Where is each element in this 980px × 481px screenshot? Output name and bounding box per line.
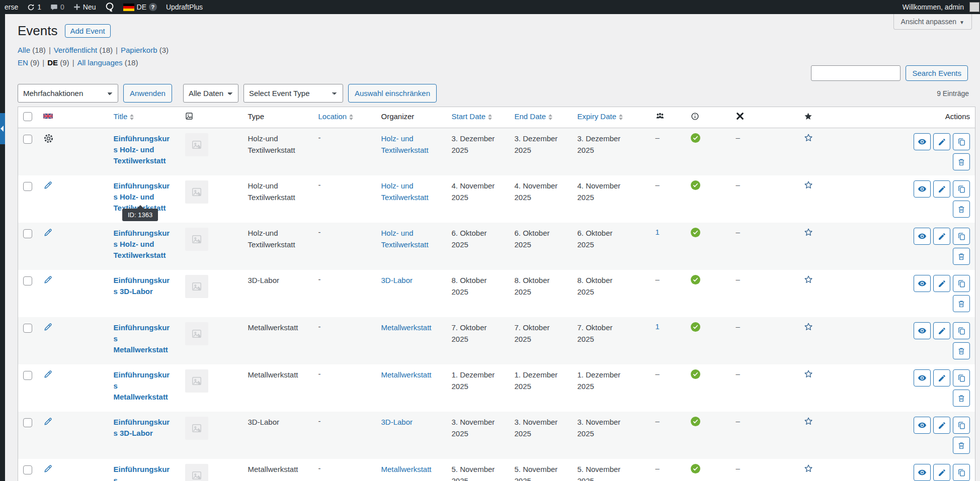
organizer-link[interactable]: Metallwerkstatt xyxy=(381,369,442,381)
edit-button[interactable] xyxy=(933,417,950,434)
star-outline-icon[interactable] xyxy=(804,324,813,333)
event-title-link[interactable]: Einführungskurs 3D-Labor xyxy=(114,275,174,297)
trash-button[interactable] xyxy=(953,390,970,407)
edit-button[interactable] xyxy=(933,228,950,245)
duplicate-button[interactable] xyxy=(953,417,970,434)
search-events-button[interactable]: Search Events xyxy=(906,65,968,81)
edit-button[interactable] xyxy=(933,322,950,339)
start-date-column-header[interactable]: Start Date xyxy=(447,107,510,128)
organizer-link[interactable]: 3D-Labor xyxy=(381,275,442,286)
account-menu[interactable]: Willkommen, admin xyxy=(898,2,980,12)
pencil-icon[interactable] xyxy=(43,183,53,191)
add-event-button[interactable]: Add Event xyxy=(65,24,111,38)
row-select-checkbox[interactable] xyxy=(23,371,32,380)
star-outline-icon[interactable] xyxy=(804,277,813,285)
pencil-icon[interactable] xyxy=(43,466,53,475)
star-outline-icon[interactable] xyxy=(804,371,813,380)
organizer-link[interactable]: Holz- und Textilwerkstatt xyxy=(381,133,442,156)
star-outline-icon[interactable] xyxy=(804,182,813,191)
row-select-checkbox[interactable] xyxy=(23,182,32,191)
updraftplus-menu[interactable]: UpdraftPlus xyxy=(161,0,207,14)
bulk-action-select[interactable]: Mehrfachaktionen xyxy=(18,84,118,103)
event-type-select[interactable]: Select Event Type xyxy=(243,84,343,103)
dates-filter-select[interactable]: Alle Daten xyxy=(183,84,238,103)
filter-trash[interactable]: Papierkorb (3) xyxy=(121,46,169,54)
bookings-count[interactable]: 1 xyxy=(656,322,660,331)
edit-button[interactable] xyxy=(933,275,950,292)
row-select-checkbox[interactable] xyxy=(23,324,32,333)
edit-button[interactable] xyxy=(933,180,950,198)
view-button[interactable] xyxy=(914,369,931,387)
edit-button[interactable] xyxy=(933,369,950,387)
duplicate-button[interactable] xyxy=(953,464,970,481)
event-title-link[interactable]: Einführungskurs Holz- und Textilwerkstat… xyxy=(114,228,174,260)
bookings-count[interactable]: 1 xyxy=(656,228,660,236)
row-select-checkbox[interactable] xyxy=(23,276,32,285)
row-select-checkbox[interactable] xyxy=(23,465,32,474)
new-content-menu[interactable]: Neu xyxy=(69,0,101,14)
organizer-link[interactable]: Holz- und Textilwerkstatt xyxy=(381,228,442,250)
view-button[interactable] xyxy=(914,180,931,198)
edit-button[interactable] xyxy=(933,133,950,150)
pencil-icon[interactable] xyxy=(43,277,53,286)
pencil-icon[interactable] xyxy=(43,419,53,428)
help-badge-icon[interactable]: ? xyxy=(149,3,157,11)
pencil-icon[interactable] xyxy=(43,230,53,239)
duplicate-button[interactable] xyxy=(953,369,970,387)
filter-published[interactable]: Veröffentlicht (18) xyxy=(54,46,113,54)
end-date-column-header[interactable]: End Date xyxy=(510,107,573,128)
star-outline-icon[interactable] xyxy=(804,466,813,474)
plugin-q-icon[interactable] xyxy=(101,0,119,14)
view-button[interactable] xyxy=(914,275,931,292)
updates-menu[interactable]: 1 xyxy=(23,0,46,14)
organizer-link[interactable]: Metallwerkstatt xyxy=(381,322,442,334)
row-select-checkbox[interactable] xyxy=(23,135,32,144)
trash-button[interactable] xyxy=(953,342,970,359)
pencil-icon[interactable] xyxy=(43,372,53,380)
title-column-header[interactable]: Title xyxy=(109,107,180,128)
view-button[interactable] xyxy=(914,228,931,245)
search-input[interactable] xyxy=(811,65,901,81)
filter-lang-en[interactable]: EN (9) xyxy=(18,58,39,67)
apply-button[interactable]: Anwenden xyxy=(123,84,172,103)
event-title-link[interactable]: Einführungskurs Metallwerkstatt xyxy=(114,464,174,481)
trash-button[interactable] xyxy=(953,153,970,170)
screen-options-button[interactable]: Ansicht anpassen▼ xyxy=(893,14,972,30)
edit-button[interactable] xyxy=(933,464,950,481)
limit-selection-button[interactable]: Auswahl einschränken xyxy=(348,84,437,103)
event-title-link[interactable]: Einführungskurs Metallwerkstatt xyxy=(114,369,174,402)
row-select-checkbox[interactable] xyxy=(23,229,32,238)
event-title-link[interactable]: Einführungskurs Holz- und Textilwerkstat… xyxy=(114,133,174,166)
location-column-header[interactable]: Location xyxy=(313,107,376,128)
select-all-checkbox[interactable] xyxy=(23,112,32,121)
view-button[interactable] xyxy=(914,322,931,339)
view-button[interactable] xyxy=(914,133,931,150)
view-button[interactable] xyxy=(914,417,931,434)
filter-lang-de[interactable]: DE (9) xyxy=(47,58,69,67)
duplicate-button[interactable] xyxy=(953,228,970,245)
trash-button[interactable] xyxy=(953,295,970,312)
organizer-link[interactable]: Metallwerkstatt xyxy=(381,464,442,475)
trash-button[interactable] xyxy=(953,437,970,454)
collapsed-admin-menu[interactable] xyxy=(0,14,5,481)
site-name[interactable]: erse xyxy=(0,0,23,14)
star-outline-icon[interactable] xyxy=(804,230,813,238)
organizer-link[interactable]: 3D-Labor xyxy=(381,417,442,428)
gear-icon[interactable] xyxy=(43,137,54,145)
star-outline-icon[interactable] xyxy=(804,135,813,144)
duplicate-button[interactable] xyxy=(953,275,970,292)
trash-button[interactable] xyxy=(953,248,970,265)
pencil-icon[interactable] xyxy=(43,325,53,333)
comments-menu[interactable]: 0 xyxy=(46,0,69,14)
duplicate-button[interactable] xyxy=(953,322,970,339)
wpml-language-menu[interactable]: DE ? xyxy=(119,0,161,14)
filter-all[interactable]: Alle (18) xyxy=(18,46,46,54)
filter-lang-all[interactable]: All languages (18) xyxy=(77,58,138,67)
duplicate-button[interactable] xyxy=(953,133,970,150)
organizer-link[interactable]: Holz- und Textilwerkstatt xyxy=(381,180,442,203)
star-outline-icon[interactable] xyxy=(804,419,813,427)
duplicate-button[interactable] xyxy=(953,180,970,198)
event-title-link[interactable]: Einführungskurs 3D-Labor xyxy=(114,417,174,439)
expiry-date-column-header[interactable]: Expiry Date xyxy=(573,107,650,128)
event-title-link[interactable]: Einführungskurs Metallwerkstatt xyxy=(114,322,174,355)
